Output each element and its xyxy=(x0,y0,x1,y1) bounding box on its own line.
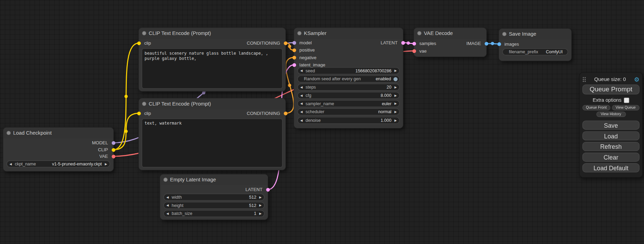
node-ksampler[interactable]: KSampler model positive negative latent_… xyxy=(294,28,403,128)
positive-prompt-textarea[interactable]: beautiful scenery nature glass bottle la… xyxy=(142,48,283,89)
batch-size-widget[interactable]: ◀ batch_size 1 ▶ xyxy=(164,210,265,217)
collapse-dot-icon[interactable] xyxy=(142,31,146,35)
filename-prefix-widget[interactable]: filename_prefix ComfyUI xyxy=(502,48,568,55)
queue-front-button[interactable]: Queue Front xyxy=(582,105,610,110)
load-button[interactable]: Load xyxy=(582,131,639,140)
output-port-image[interactable]: IMAGE xyxy=(414,40,486,47)
menu-drag-handle-icon[interactable] xyxy=(582,76,586,82)
increment-arrow-icon[interactable]: ▶ xyxy=(394,117,397,124)
node-graph-canvas[interactable]: Load Checkpoint MODEL CLIP VAE ◀ ckpt_na… xyxy=(0,0,644,244)
node-title: CLIP Text Encode (Prompt) xyxy=(149,101,211,107)
link-clip-to-negative-prompt-wire xyxy=(113,113,139,150)
increment-arrow-icon[interactable]: ▶ xyxy=(394,84,397,90)
decrement-arrow-icon[interactable]: ◀ xyxy=(300,109,303,115)
input-port-positive[interactable]: positive xyxy=(294,47,403,53)
collapse-dot-icon[interactable] xyxy=(417,31,422,35)
queue-prompt-button[interactable]: Queue Prompt xyxy=(582,84,639,94)
output-dot-vae[interactable] xyxy=(112,154,115,158)
increment-arrow-icon[interactable]: ▶ xyxy=(259,202,262,209)
decrement-arrow-icon[interactable]: ◀ xyxy=(9,161,12,167)
link-midpoint-dot[interactable] xyxy=(407,42,410,45)
node-empty-latent-image[interactable]: Empty Latent Image LATENT ◀ width 512 ▶ … xyxy=(160,174,268,219)
increment-arrow-icon[interactable]: ▶ xyxy=(394,68,397,74)
increment-arrow-icon[interactable]: ▶ xyxy=(259,194,262,200)
negative-prompt-textarea[interactable]: text, watermark xyxy=(142,119,283,168)
output-port-conditioning[interactable]: CONDITIONING xyxy=(139,110,285,117)
input-port-negative[interactable]: negative xyxy=(294,54,403,61)
decrement-arrow-icon[interactable]: ◀ xyxy=(300,84,303,90)
input-port-images[interactable]: images xyxy=(499,40,572,47)
output-port-clip[interactable]: CLIP xyxy=(3,146,113,153)
output-port-vae[interactable]: VAE xyxy=(3,153,113,160)
decrement-arrow-icon[interactable]: ◀ xyxy=(300,100,303,107)
decrement-arrow-icon[interactable]: ◀ xyxy=(166,194,169,200)
node-clip-text-encode-positive[interactable]: CLIP Text Encode (Prompt) clip CONDITION… xyxy=(139,28,285,91)
input-port-vae[interactable]: vae xyxy=(414,48,486,54)
decrement-arrow-icon[interactable]: ◀ xyxy=(166,202,169,209)
increment-arrow-icon[interactable]: ▶ xyxy=(394,92,397,99)
queue-menu-panel: Queue size: 0 ⚙ Queue Prompt Extra optio… xyxy=(579,72,643,178)
input-dot-negative[interactable] xyxy=(292,56,296,60)
output-dot-latent[interactable] xyxy=(266,188,270,191)
node-title: Empty Latent Image xyxy=(170,177,216,183)
height-widget[interactable]: ◀ height 512 ▶ xyxy=(164,202,265,209)
scheduler-widget[interactable]: ◀ scheduler normal ▶ xyxy=(297,108,399,115)
output-dot-latent[interactable] xyxy=(401,41,405,45)
view-queue-button[interactable]: View Queue xyxy=(612,105,639,110)
link-midpoint-dot[interactable] xyxy=(124,95,127,98)
extra-options-checkbox[interactable] xyxy=(624,98,629,103)
increment-arrow-icon[interactable]: ▶ xyxy=(105,161,107,167)
output-dot-conditioning[interactable] xyxy=(284,111,288,115)
sampler-name-widget[interactable]: ◀ sampler_name euler ▶ xyxy=(297,100,399,107)
save-button[interactable]: Save xyxy=(582,121,639,130)
link-midpoint-dot[interactable] xyxy=(491,42,494,45)
width-widget[interactable]: ◀ width 512 ▶ xyxy=(164,194,265,201)
extra-options-label: Extra options xyxy=(593,97,621,103)
input-dot-vae[interactable] xyxy=(412,49,416,53)
increment-arrow-icon[interactable]: ▶ xyxy=(259,210,262,217)
collapse-dot-icon[interactable] xyxy=(502,32,506,36)
node-clip-text-encode-negative[interactable]: CLIP Text Encode (Prompt) clip CONDITION… xyxy=(139,99,285,170)
random-seed-toggle-widget[interactable]: Random seed after every gen enabled xyxy=(297,75,399,82)
input-dot-positive[interactable] xyxy=(292,48,296,52)
collapse-dot-icon[interactable] xyxy=(164,178,168,182)
cfg-widget[interactable]: ◀ cfg 8.000 ▶ xyxy=(297,92,399,99)
settings-gear-icon[interactable]: ⚙ xyxy=(634,76,639,82)
view-history-button[interactable]: View History xyxy=(596,111,626,117)
node-vae-decode[interactable]: VAE Decode samples vae IMAGE xyxy=(414,28,486,57)
node-save-image[interactable]: Save Image images filename_prefix ComfyU… xyxy=(499,29,572,61)
ckpt-name-widget[interactable]: ◀ ckpt_name v1-5-pruned-emaonly.ckpt ▶ xyxy=(7,161,110,168)
output-dot-clip[interactable] xyxy=(112,148,115,152)
output-port-model[interactable]: MODEL xyxy=(3,139,113,146)
increment-arrow-icon[interactable]: ▶ xyxy=(394,109,397,115)
decrement-arrow-icon[interactable]: ◀ xyxy=(300,117,303,124)
load-default-button[interactable]: Load Default xyxy=(582,163,639,172)
output-dot-model[interactable] xyxy=(112,141,115,145)
link-midpoint-dot[interactable] xyxy=(124,130,127,133)
node-load-checkpoint[interactable]: Load Checkpoint MODEL CLIP VAE ◀ ckpt_na… xyxy=(3,128,113,171)
output-dot-image[interactable] xyxy=(484,42,488,45)
steps-widget[interactable]: ◀ steps 20 ▶ xyxy=(297,84,399,91)
collapse-dot-icon[interactable] xyxy=(142,102,146,106)
input-dot-latent-image[interactable] xyxy=(292,63,296,67)
link-midpoint-dot[interactable] xyxy=(288,84,291,87)
output-port-latent[interactable]: LATENT xyxy=(294,39,403,46)
collapse-dot-icon[interactable] xyxy=(297,31,301,35)
collapse-dot-icon[interactable] xyxy=(7,131,11,135)
clear-button[interactable]: Clear xyxy=(582,153,639,162)
decrement-arrow-icon[interactable]: ◀ xyxy=(166,210,169,217)
denoise-widget[interactable]: ◀ denoise 1.000 ▶ xyxy=(297,117,399,124)
refresh-button[interactable]: Refresh xyxy=(582,142,639,151)
link-midpoint-dot[interactable] xyxy=(288,45,291,48)
link-midpoint-dot[interactable] xyxy=(202,91,205,94)
input-dot-images[interactable] xyxy=(497,42,501,46)
output-port-latent[interactable]: LATENT xyxy=(160,186,268,193)
output-dot-conditioning[interactable] xyxy=(284,41,288,45)
decrement-arrow-icon[interactable]: ◀ xyxy=(300,68,303,74)
node-title: KSampler xyxy=(304,30,326,36)
increment-arrow-icon[interactable]: ▶ xyxy=(394,100,397,107)
seed-widget[interactable]: ◀ seed 156680208700286 ▶ xyxy=(297,67,399,74)
decrement-arrow-icon[interactable]: ◀ xyxy=(300,92,303,99)
toggle-knob-icon[interactable] xyxy=(394,77,398,81)
output-port-conditioning[interactable]: CONDITIONING xyxy=(139,40,285,46)
